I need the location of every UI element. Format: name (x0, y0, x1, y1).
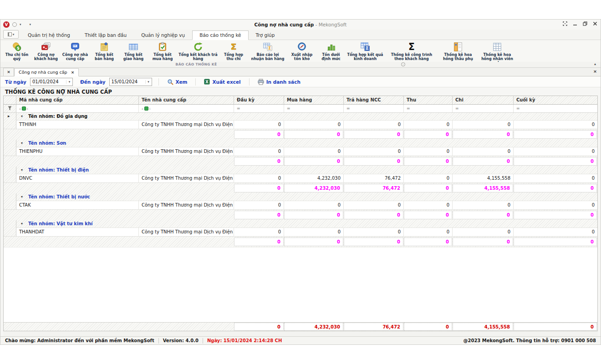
chevron-down-icon: ▾ (13, 33, 15, 36)
tool-thong-ke-cong-trinh-theo-khach-hang[interactable]: Σ Thống kê công trình theo khách hàng (385, 41, 438, 62)
group-row[interactable]: ▾Tên nhóm: Vật tư kim khí (4, 220, 597, 228)
group-row[interactable]: ▾Tên nhóm: Sơn (4, 140, 597, 147)
export-excel-button[interactable]: X Xuất excel (202, 78, 242, 86)
tool-tong-ket-mua-hang[interactable]: Tổng kết mua hàng (148, 41, 177, 62)
fullscreen-icon[interactable] (562, 21, 568, 26)
spacer (139, 238, 234, 246)
profit-report-icon: Σ (262, 41, 273, 52)
ribbon-tab-bao-cao-thong-ke[interactable]: Báo cáo thống kê (192, 30, 248, 40)
version-text: Version: 4.0.0 (163, 338, 199, 343)
collapse-group-icon[interactable]: ▾ (21, 140, 23, 147)
close-document-icon[interactable]: × (593, 69, 597, 74)
sales-note-icon (99, 41, 110, 52)
col-header-ma-nha-cung-cap[interactable]: Mã nhà cung cấp (16, 96, 139, 104)
group-name[interactable]: ▾Tên nhóm: Thiết bị nước (16, 193, 597, 201)
collapse-group-icon[interactable]: ▾ (21, 113, 23, 120)
tool-bao-cao-loi-nhuan-ban-hang[interactable]: Σ Báo cáo lợi nhuận bán hàng (248, 41, 287, 62)
chevron-down-icon[interactable]: ▾ (145, 80, 152, 84)
subtotal-dau-ky: 0 (234, 157, 284, 166)
view-button[interactable]: Xem (165, 78, 189, 86)
filter-cell-ma[interactable]: ac (16, 105, 139, 112)
from-date-picker[interactable]: 01/01/2024 ▾ (30, 78, 73, 86)
chevron-down-icon[interactable]: ▾ (66, 80, 72, 84)
col-header-ten-nha-cung-cap[interactable]: Tên nhà cung cấp (139, 96, 234, 104)
spacer (4, 323, 16, 331)
cell-tra-hang: 0 (344, 121, 404, 129)
data-row[interactable]: THIENPHU Công ty TNHH Thương mại Dịch vụ… (4, 147, 597, 156)
col-header-mua-hang[interactable]: Mua hàng (284, 96, 344, 104)
collapse-group-icon[interactable]: ▾ (21, 167, 23, 174)
tool-tong-hop-ket-qua-kinh-doanh[interactable]: Σ Tổng hợp kết quả kinh doanh (346, 41, 385, 62)
row-indicator (4, 228, 16, 237)
collapse-group-icon[interactable]: ▾ (21, 220, 23, 228)
col-header-thu[interactable]: Thu (404, 96, 453, 104)
data-row[interactable]: DNVC Công ty TNHH Thương mại Dịch vụ Điệ… (4, 174, 597, 183)
col-header-dau-ky[interactable]: Đầu kỳ (234, 96, 284, 104)
tool-cong-no-khach-hang[interactable]: Công nợ khách hàng (31, 41, 61, 62)
grid-empty-area (4, 247, 597, 322)
tool-tong-ket-ban-hang[interactable]: Tổng kết bán hàng (90, 41, 119, 62)
tool-ton-duoi-dinh-muc[interactable]: Tồn dưới định mức (316, 41, 346, 62)
application-menu-button[interactable]: ▾ (3, 30, 19, 39)
data-row[interactable]: TTHINH Công ty TNHH Thương mại Dịch vụ Đ… (4, 121, 597, 129)
tool-thong-ke-hoa-hong-thau-phu[interactable]: Thống kê hoa hồng thầu phụ (438, 41, 478, 62)
grand-total-row: 0 4,232,030 76,472 0 4,155,558 0 (4, 322, 597, 331)
window-title-main: Công nợ nhà cung cấp (255, 22, 314, 27)
group-name-label: Tên nhóm: Đồ gia dụng (28, 114, 87, 119)
filter-cell-tra-hang[interactable]: = (344, 105, 404, 112)
tool-tong-ket-giao-hang[interactable]: Tổng kết giao hàng (119, 41, 148, 62)
data-row[interactable]: THANHDAT Công ty TNHH Thương mại Dịch vụ… (4, 228, 597, 237)
tool-tong-ket-khach-tra-hang[interactable]: Tổng kết khách trả hàng (177, 41, 219, 62)
tool-tong-hop-thu-chi[interactable]: Σ Tổng hợp thu chi (219, 41, 248, 62)
close-icon[interactable] (592, 21, 598, 26)
cell-cuoi-ky: 0 (514, 147, 597, 156)
col-header-chi[interactable]: Chi (453, 96, 514, 104)
group-name[interactable]: ▾Tên nhóm: Sơn (16, 140, 597, 147)
tool-xuat-nhap-ton-kho[interactable]: Xuất nhập tồn kho (287, 41, 316, 62)
group-name[interactable]: ▾Tên nhóm: Thiết bị điện (16, 167, 597, 174)
collapse-group-icon[interactable]: ▾ (21, 193, 23, 201)
row-indicator (4, 174, 16, 183)
tool-label: Tổng hợp kết quả kinh doanh (347, 53, 383, 61)
subtotal-tra-hang: 0 (344, 157, 403, 166)
filter-cell-thu[interactable]: = (404, 105, 453, 112)
spacer (139, 184, 234, 192)
minimize-icon[interactable] (572, 21, 578, 26)
tool-thong-ke-hoa-hong-nhan-vien-sale[interactable]: Thống kê hoa hồng nhân viên sale (478, 41, 517, 62)
data-row[interactable]: CTAK Công ty TNHH Thương mại Dịch vụ Điệ… (4, 201, 597, 210)
filter-cell-mua-hang[interactable]: = (284, 105, 344, 112)
cell-supplier: Công ty TNHH Thương mại Dịch vụ Điện nướ… (139, 228, 234, 237)
divider (195, 78, 196, 86)
equals-filter-icon: = (287, 105, 290, 112)
ribbon-tab-quan-tri-he-thong[interactable]: Quản trị hệ thống (20, 30, 77, 40)
close-tab-icon[interactable]: × (71, 70, 75, 75)
print-list-button[interactable]: In danh sách (256, 78, 302, 86)
restore-icon[interactable] (582, 21, 588, 26)
dialog-launcher-icon[interactable]: ◦ (401, 62, 405, 66)
ribbon-tab-thiet-lap-ban-dau[interactable]: Thiết lập ban đầu (77, 30, 134, 40)
group-footer: 0 0 0 0 0 0 (4, 129, 597, 140)
group-row[interactable]: ▸ ▾Tên nhóm: Đồ gia dụng (4, 113, 597, 121)
to-date-picker[interactable]: 15/01/2024 ▾ (109, 78, 152, 86)
tool-label: Thống kê công trình theo khách hàng (386, 53, 437, 61)
filter-cell-chi[interactable]: = (453, 105, 514, 112)
collapse-ribbon-icon[interactable]: ▴ (594, 62, 596, 66)
col-header-cuoi-ky[interactable]: Cuối kỳ (514, 96, 597, 104)
close-all-tabs-button[interactable]: × (3, 68, 14, 76)
group-row[interactable]: ▾Tên nhóm: Thiết bị điện (4, 167, 597, 174)
delivery-table-icon (128, 41, 139, 52)
ribbon-tab-tro-giup[interactable]: Trợ giúp (249, 30, 282, 40)
group-row[interactable]: ▾Tên nhóm: Thiết bị nước (4, 193, 597, 201)
col-header-tra-hang-ncc[interactable]: Trả hàng NCC (344, 96, 404, 104)
ribbon-tab-quan-ly-nghiep-vu[interactable]: Quản lý nghiệp vụ (134, 30, 192, 40)
filter-cell-dau-ky[interactable]: = (234, 105, 284, 112)
doc-tab-cong-no-nha-cung-cap[interactable]: Công nợ nhà cung cấp × (14, 68, 79, 76)
group-name-label: Tên nhóm: Thiết bị nước (28, 194, 90, 199)
tool-thu-chi-ton-quy[interactable]: $ Thu chi tồn quỹ (2, 41, 31, 62)
subtotal-thu: 0 (404, 238, 452, 246)
filter-cell-ten[interactable]: ac (139, 105, 234, 112)
group-name[interactable]: ▾Tên nhóm: Vật tư kim khí (16, 220, 597, 228)
group-name[interactable]: ▾Tên nhóm: Đồ gia dụng (16, 113, 597, 121)
filter-cell-cuoi-ky[interactable]: = (514, 105, 597, 112)
tool-cong-no-nha-cung-cap[interactable]: Công nợ nhà cung cấp (61, 41, 90, 62)
